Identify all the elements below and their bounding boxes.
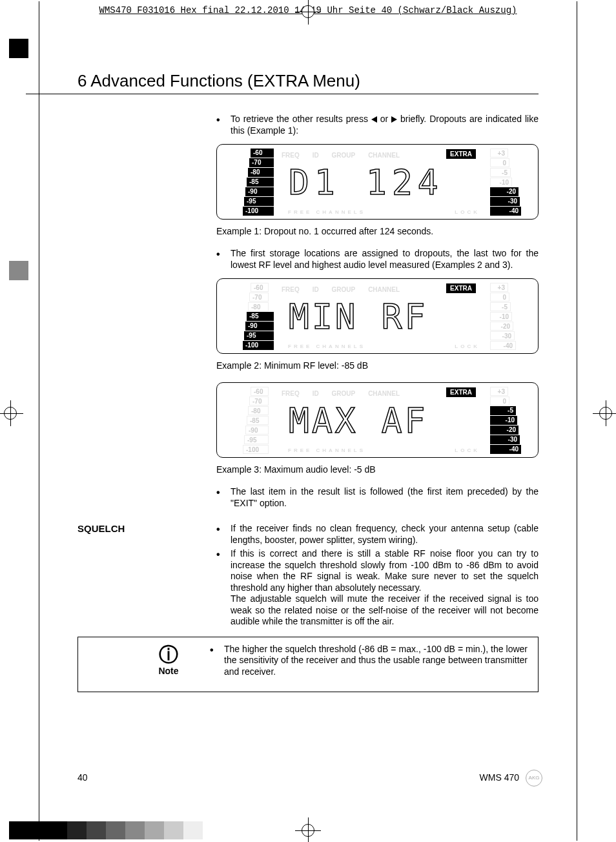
meter-segment: -20 [490, 322, 513, 331]
bullet: If the receiver finds no clean frequency… [216, 523, 539, 546]
registration-mark-right [599, 407, 612, 420]
meter-segment: -90 [245, 426, 269, 435]
lcd-tag-extra: EXTRA [446, 149, 476, 159]
bullet-text: or [377, 114, 391, 124]
seven-seg-text: MAX AF [289, 401, 427, 440]
lcd-tag: CHANNEL [368, 152, 400, 159]
lcd-tag-extra: EXTRA [446, 387, 476, 397]
meter-segment: -20 [490, 187, 518, 196]
seven-seg-text: MIN RF [289, 297, 427, 336]
example-3-caption: Example 3: Maximum audio level: -5 dB [216, 464, 539, 475]
page-footer: 40 WMS 470 AKG [77, 772, 539, 783]
calib-swatch [145, 821, 164, 839]
page-content: 6 Advanced Functions (EXTRA Menu) To ret… [77, 71, 539, 692]
af-meter: +30-5-10-20-30-40 [490, 387, 526, 455]
meter-segment: -60 [251, 387, 269, 396]
meter-segment: -90 [245, 322, 274, 331]
meter-segment: -40 [490, 341, 516, 350]
mid-bullets: The first storage locations are assigned… [216, 248, 539, 271]
meter-segment: -70 [249, 158, 274, 167]
info-icon: ⓘ [127, 645, 210, 664]
lcd-bottom-row: FREE CHANNELS LOCK [288, 209, 480, 215]
example-2-caption: Example 2: Minimum RF level: -85 dB [216, 360, 539, 371]
registration-mark-left [4, 407, 17, 420]
meter-segment: -100 [243, 207, 274, 216]
meter-segment: -5 [490, 406, 516, 415]
example-1-caption: Example 1: Dropout no. 1 occurred after … [216, 226, 539, 236]
lcd-bottom-row: FREE CHANNELS LOCK [288, 344, 480, 349]
bullet: If this is correct and there is still a … [216, 548, 539, 628]
calib-swatch [183, 821, 203, 839]
section-title: 6 Advanced Functions (EXTRA Menu) [26, 71, 539, 94]
triangle-left-icon [371, 116, 377, 123]
lcd-panel-example-2: -60-70-80-85-90-95-100 FREQ ID GROUP CHA… [216, 278, 539, 354]
calib-swatch [67, 821, 87, 839]
lcd-tag-extra: EXTRA [446, 283, 476, 293]
note-box: ⓘ Note The higher the squelch threshold … [77, 637, 539, 693]
lcd-tag: FREQ [282, 152, 300, 159]
lcd-main-display: MAX AF [288, 401, 480, 440]
af-meter: +30-5-10-20-30-40 [490, 283, 526, 351]
bullet: The higher the squelch threshold (-86 dB… [210, 644, 528, 678]
meter-segment: -100 [243, 341, 274, 350]
gray-marker [9, 261, 28, 280]
meter-segment: -60 [251, 149, 274, 158]
model-name: WMS 470 [480, 772, 519, 783]
note-bullets: The higher the squelch threshold (-86 dB… [210, 644, 528, 678]
meter-segment: -100 [243, 445, 269, 454]
bullet-text-tail: The adjustable squelch will mute the rec… [231, 593, 539, 626]
meter-segment: -80 [248, 406, 269, 415]
last-bullets: The last item in the result list is foll… [216, 486, 539, 509]
lcd-top-row: FREQ ID GROUP CHANNEL EXTRA [282, 149, 486, 158]
calib-swatch [106, 821, 125, 839]
black-marker [9, 39, 28, 58]
meter-segment: -5 [490, 302, 511, 311]
meter-segment: 0 [490, 396, 509, 406]
meter-segment: -40 [490, 445, 521, 454]
lcd-top-row: FREQ ID GROUP CHANNEL EXTRA [282, 283, 486, 293]
meter-segment: -80 [248, 168, 274, 177]
meter-segment: -85 [247, 416, 269, 425]
seven-seg-text: D1 124 [289, 163, 444, 202]
meter-segment: -85 [247, 178, 274, 187]
lcd-top-row: FREQ ID GROUP CHANNEL EXTRA [282, 387, 486, 396]
calib-swatch [87, 821, 106, 839]
note-label: Note [127, 666, 210, 676]
calib-swatch [125, 821, 145, 839]
af-meter: +30-5-10-20-30-40 [490, 149, 526, 216]
lcd-tag: CHANNEL [368, 390, 400, 397]
meter-segment: -10 [490, 312, 512, 321]
bullet-text: If this is correct and there is still a … [231, 548, 539, 593]
bullet-text: To retrieve the other results press [231, 114, 371, 124]
lcd-free-channels: FREE CHANNELS [288, 447, 365, 453]
squelch-heading: SQUELCH [77, 523, 207, 534]
lcd-panel-example-1: -60-70-80-85-90-95-100 FREQ ID GROUP CHA… [216, 144, 539, 220]
meter-segment: -30 [490, 197, 520, 206]
bullet: To retrieve the other results press or b… [216, 114, 539, 136]
meter-segment: -70 [249, 293, 269, 302]
triangle-right-icon [391, 116, 397, 123]
meter-segment: 0 [490, 293, 509, 302]
lcd-tag: GROUP [332, 286, 356, 293]
meter-segment: -20 [490, 426, 518, 435]
meter-segment: -95 [244, 331, 274, 340]
bullet: The first storage locations are assigned… [216, 248, 539, 271]
lcd-lock: LOCK [455, 209, 480, 215]
meter-segment: -95 [244, 197, 274, 206]
meter-segment: +3 [490, 283, 508, 292]
lcd-lock: LOCK [455, 344, 480, 349]
meter-segment: -30 [490, 435, 520, 444]
meter-segment: -30 [490, 331, 515, 340]
meter-segment: -10 [490, 178, 512, 187]
calib-swatch [28, 821, 48, 839]
calib-swatch [48, 821, 67, 839]
meter-segment: +3 [490, 149, 508, 158]
rf-meter: -60-70-80-85-90-95-100 [236, 283, 282, 351]
rf-meter: -60-70-80-85-90-95-100 [236, 387, 282, 455]
calib-swatch [9, 821, 28, 839]
lcd-panel-example-3: -60-70-80-85-90-95-100 FREQ ID GROUP CHA… [216, 382, 539, 458]
intro-bullets: To retrieve the other results press or b… [216, 114, 539, 136]
meter-segment: +3 [490, 387, 508, 396]
brand-logo: AKG [526, 770, 542, 786]
lcd-tag: ID [313, 390, 319, 397]
